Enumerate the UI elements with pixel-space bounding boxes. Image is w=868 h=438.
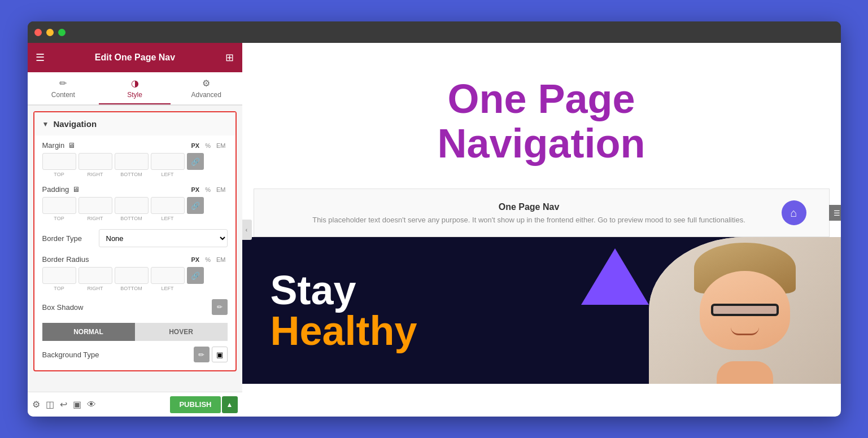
margin-unit-em[interactable]: EM [215,142,228,150]
nav-widget-icon: ☰ [829,205,841,221]
collapse-panel-btn[interactable]: ‹ [242,220,252,240]
box-shadow-edit-btn[interactable]: ✏ [212,299,228,315]
section-arrow-icon: ▼ [42,120,49,128]
border-radius-left-input[interactable] [151,267,185,284]
border-radius-label-row: Border Radius PX % EM [42,255,228,264]
margin-unit-percent[interactable]: % [203,142,212,150]
padding-unit-px[interactable]: PX [190,186,202,194]
border-radius-units: PX % EM [190,256,228,264]
margin-top-label: TOP [42,172,76,177]
style-icon: ◑ [131,78,139,89]
border-radius-unit-px[interactable]: PX [190,256,202,264]
margin-label-row: Margin 🖥 PX % EM [42,141,228,150]
bottom-toolbar: ⚙ ◫ ↩ ▣ 👁 PUBLISH ▲ [28,392,242,417]
stay-healthy-section: Stay Healthy [242,237,841,384]
grid-icon[interactable]: ⊞ [225,51,234,64]
padding-left-label: LEFT [151,216,185,221]
monitor-icon: 🖥 [68,141,75,150]
hamburger-icon[interactable]: ☰ [36,51,45,64]
background-type-row: Background Type ✏ ▣ [42,347,228,362]
box-shadow-row: Box Shadow ✏ [42,299,228,315]
margin-row: Margin 🖥 PX % EM [42,141,228,177]
padding-label-row: Padding 🖥 PX % EM [42,185,228,194]
purple-triangle-decoration [581,248,649,305]
margin-right-label: RIGHT [78,172,112,177]
hero-title: One PageNavigation [265,77,818,166]
padding-label: Padding [42,185,69,194]
padding-units: PX % EM [190,186,228,194]
responsive-icon[interactable]: ▣ [73,399,81,410]
br-right-label: RIGHT [78,286,112,291]
margin-label-left: Margin 🖥 [42,141,76,150]
border-radius-unit-em[interactable]: EM [215,256,228,264]
panel-title: Edit One Page Nav [95,52,175,63]
padding-left-input[interactable] [151,197,185,214]
bg-type-color-btn[interactable]: ✏ [194,347,210,362]
nav-placeholder: One Page Nav This placeholder text doesn… [254,189,830,237]
publish-arrow-button[interactable]: ▲ [222,396,238,413]
tab-advanced[interactable]: ⚙ Advanced [171,72,242,104]
border-radius-link-btn[interactable]: 🔗 [187,267,204,284]
margin-label: Margin [42,141,65,150]
nav-home-button[interactable]: ⌂ [782,200,806,225]
border-radius-label: Border Radius [42,255,89,264]
hero-section: One PageNavigation [242,43,841,189]
border-radius-right-input[interactable] [78,267,112,284]
padding-unit-percent[interactable]: % [203,186,212,194]
margin-bottom-label: BOTTOM [115,172,149,177]
panel-header: ☰ Edit One Page Nav ⊞ [28,43,242,72]
border-radius-row: Border Radius PX % EM [42,255,228,291]
padding-top-input[interactable] [42,197,76,214]
tab-content[interactable]: ✏ Content [28,72,99,104]
minimize-dot[interactable] [46,29,54,36]
margin-top-input[interactable] [42,153,76,170]
maximize-dot[interactable] [58,29,66,36]
border-type-label: Border Type [42,234,93,243]
margin-link-btn[interactable]: 🔗 [187,153,204,170]
layers-icon[interactable]: ◫ [46,399,54,410]
normal-btn[interactable]: NORMAL [42,323,135,341]
section-title: Navigation [53,119,97,129]
history-icon[interactable]: ↩ [60,399,67,410]
padding-label-left: Padding 🖥 [42,185,80,194]
border-radius-unit-percent[interactable]: % [203,256,212,264]
border-type-select[interactable]: None Solid Dashed Dotted [99,229,228,247]
section-header[interactable]: ▼ Navigation [34,112,235,135]
margin-left-input[interactable] [151,153,185,170]
padding-link-btn[interactable]: 🔗 [187,197,204,214]
right-content: ‹ One PageNavigation One Page Nav This p… [242,43,841,417]
browser-titlebar [28,21,841,43]
padding-input-labels: TOP RIGHT BOTTOM LEFT [42,216,228,221]
preview-icon[interactable]: 👁 [87,400,96,410]
nav-placeholder-title: One Page Nav [277,202,782,212]
padding-right-input[interactable] [78,197,112,214]
nav-placeholder-description: This placeholder text doesn't serve any … [277,216,782,224]
tab-style[interactable]: ◑ Style [99,72,171,104]
border-radius-bottom-input[interactable] [115,267,149,284]
left-panel: ☰ Edit One Page Nav ⊞ ✏ Content ◑ Style … [28,43,242,417]
border-radius-top-input[interactable] [42,267,76,284]
background-type-label: Background Type [42,351,99,359]
padding-bottom-input[interactable] [115,197,149,214]
browser-window: ☰ Edit One Page Nav ⊞ ✏ Content ◑ Style … [28,21,841,417]
border-radius-input-labels: TOP RIGHT BOTTOM LEFT [42,286,228,291]
close-dot[interactable] [34,29,42,36]
normal-hover-toggle: NORMAL HOVER [42,323,228,341]
section-body: Margin 🖥 PX % EM [34,135,235,370]
padding-unit-em[interactable]: EM [215,186,228,194]
navigation-section: ▼ Navigation Margin 🖥 [33,111,237,371]
margin-right-input[interactable] [78,153,112,170]
publish-button[interactable]: PUBLISH [170,396,220,413]
background-type-buttons: ✏ ▣ [194,347,228,362]
border-radius-label-left: Border Radius [42,255,89,264]
panel-content: ▼ Navigation Margin 🖥 [28,106,242,392]
browser-body: ☰ Edit One Page Nav ⊞ ✏ Content ◑ Style … [28,43,841,417]
panel-tabs: ✏ Content ◑ Style ⚙ Advanced [28,72,242,106]
tab-content-label: Content [51,91,75,99]
bg-type-image-btn[interactable]: ▣ [212,347,228,362]
margin-unit-px[interactable]: PX [190,142,202,150]
hover-btn[interactable]: HOVER [135,323,228,341]
settings-icon[interactable]: ⚙ [32,399,40,410]
margin-bottom-input[interactable] [115,153,149,170]
margin-inputs: 🔗 [42,153,228,170]
